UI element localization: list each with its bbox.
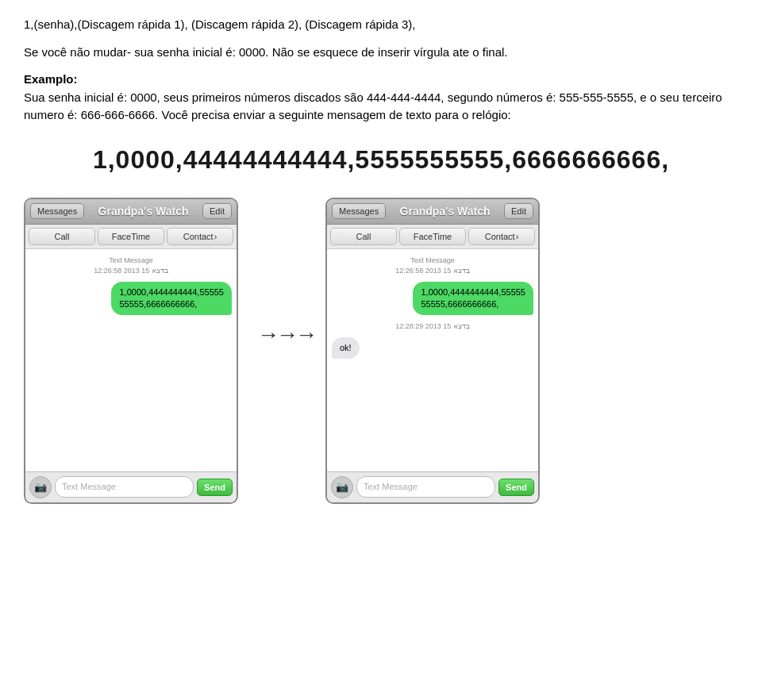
example-label: Examplo:	[24, 72, 78, 86]
highlight-code: 1,0000,44444444444,5555555555,6666666666…	[24, 140, 738, 179]
phone-left-input-bar: 📷 Text Message Send	[25, 471, 237, 502]
phone-left-wrapper: Messages Grandpa's Watch Edit Call FaceT…	[24, 198, 246, 504]
phone-left-sent-bubble: 1,0000,4444444444,55555 55555,6666666666…	[111, 282, 232, 316]
phones-row: Messages Grandpa's Watch Edit Call FaceT…	[24, 198, 738, 504]
phone-left-timestamp-top: Text Message 12:26:58 2013 בדצא 15	[30, 256, 232, 277]
phone-right-received-bubble: ok!	[332, 337, 360, 359]
arrows: →→→	[246, 318, 325, 352]
phone-right-action-bar: Call FaceTime Contact ›	[327, 225, 538, 249]
paragraph2: Se você não mudar- sua senha inicial é: …	[24, 44, 738, 62]
paragraph1: 1,(senha),(Discagem rápida 1), (Discagem…	[24, 16, 738, 34]
paragraph3-text: Sua senha inicial é: 0000, seus primeiro…	[24, 90, 722, 122]
phone-left-call-button[interactable]: Call	[29, 228, 95, 245]
phone-left-messages: Text Message 12:26:58 2013 בדצא 15 1,000…	[25, 249, 237, 471]
phone-right-edit-button[interactable]: Edit	[504, 203, 533, 219]
camera-icon-right: 📷	[336, 479, 348, 495]
phone-left-action-bar: Call FaceTime Contact ›	[25, 225, 237, 249]
phone-right-contact-button[interactable]: Contact ›	[468, 228, 535, 245]
phone-left-facetime-button[interactable]: FaceTime	[98, 228, 164, 245]
phone-right-send-button[interactable]: Send	[498, 479, 534, 496]
phone-right-call-button[interactable]: Call	[330, 228, 397, 245]
phone-right-timestamp-top: Text Message 12:26:58 2013 בדצא 15	[332, 256, 533, 277]
phone-right: Messages Grandpa's Watch Edit Call FaceT…	[325, 198, 540, 504]
phone-left-nav: Messages Grandpa's Watch Edit	[25, 199, 237, 225]
phone-right-title: Grandpa's Watch	[386, 203, 504, 220]
phone-left-back-button[interactable]: Messages	[30, 203, 84, 219]
phone-right-facetime-button[interactable]: FaceTime	[399, 228, 466, 245]
paragraph3: Examplo: Sua senha inicial é: 0000, seus…	[24, 71, 738, 125]
phone-left-send-button[interactable]: Send	[197, 479, 233, 496]
phone-right-input-bar: 📷 Text Message Send	[327, 471, 538, 502]
phone-right-wrapper: Messages Grandpa's Watch Edit Call FaceT…	[325, 198, 548, 504]
phone-left-contact-button[interactable]: Contact ›	[167, 228, 233, 245]
phone-right-messages: Text Message 12:26:58 2013 בדצא 15 1,000…	[327, 249, 538, 471]
phone-left-camera-button[interactable]: 📷	[29, 476, 52, 498]
phone-left-edit-button[interactable]: Edit	[202, 203, 232, 219]
phone-right-sent-bubble: 1,0000,4444444444,55555 55555,6666666666…	[413, 282, 533, 316]
phone-right-timestamp-bottom: 12:28:29 2013 בדצא 15	[332, 321, 533, 333]
phone-left: Messages Grandpa's Watch Edit Call FaceT…	[24, 198, 238, 504]
phone-left-text-input[interactable]: Text Message	[55, 476, 194, 498]
phone-right-camera-button[interactable]: 📷	[331, 476, 353, 498]
camera-icon: 📷	[34, 479, 47, 495]
phone-right-text-input[interactable]: Text Message	[356, 476, 495, 498]
phone-right-back-button[interactable]: Messages	[332, 203, 386, 219]
phone-left-title: Grandpa's Watch	[84, 203, 202, 220]
phone-right-nav: Messages Grandpa's Watch Edit	[327, 199, 538, 225]
